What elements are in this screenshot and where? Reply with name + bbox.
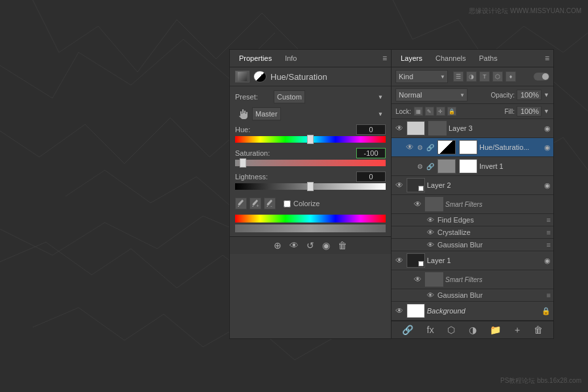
invert1-mask-thumbnail bbox=[459, 159, 477, 173]
saturation-thumb[interactable] bbox=[240, 158, 246, 168]
gaussian-blur-2-visibility[interactable]: 👁 bbox=[426, 240, 435, 249]
opacity-dropdown-arrow[interactable]: ▼ bbox=[543, 92, 549, 98]
add-eyedropper-tool[interactable]: + bbox=[249, 198, 261, 209]
paths-tab[interactable]: Paths bbox=[474, 52, 503, 64]
add-style-icon[interactable]: fx bbox=[427, 325, 434, 335]
gaussian-blur-1-visibility[interactable]: 👁 bbox=[426, 291, 435, 300]
properties-panel-menu-icon[interactable]: ≡ bbox=[382, 54, 387, 63]
layer-item-crystallize[interactable]: 👁 Crystallize ≡ bbox=[392, 226, 553, 239]
layers-panel-menu-icon[interactable]: ≡ bbox=[545, 54, 549, 63]
gaussian-blur-1-name: Gaussian Blur bbox=[437, 291, 544, 299]
properties-bottom-toolbar: ⊕ 👁 ↺ ◉ 🗑 bbox=[230, 236, 391, 254]
hue-sat-link-icon: ⚙ bbox=[417, 144, 423, 151]
delete-layer-icon[interactable]: 🗑 bbox=[534, 325, 543, 335]
channel-select[interactable]: Master bbox=[252, 107, 281, 120]
layer-item-find-edges[interactable]: 👁 Find Edges ≡ bbox=[392, 214, 553, 226]
layer-item-layer1[interactable]: 👁 Layer 1 ◉ bbox=[392, 251, 553, 270]
gaussian-blur-2-name: Gaussian Blur bbox=[437, 241, 544, 249]
layers-panel-header: Layers Channels Paths ≡ bbox=[392, 50, 553, 67]
subtract-eyedropper-tool[interactable]: - bbox=[264, 198, 276, 209]
properties-panel-header: Properties Info ≡ bbox=[230, 50, 391, 67]
properties-tab[interactable]: Properties bbox=[234, 52, 277, 64]
saturation-value-input[interactable] bbox=[356, 148, 386, 158]
crystallize-visibility[interactable]: 👁 bbox=[426, 228, 435, 237]
hue-thumb[interactable] bbox=[307, 135, 314, 144]
hue-section: Hue: bbox=[235, 124, 386, 143]
svg-text:-: - bbox=[270, 203, 272, 207]
smart-filters-1-thumbnail bbox=[425, 272, 443, 287]
lightness-thumb[interactable] bbox=[307, 182, 314, 191]
background-thumbnail bbox=[407, 304, 425, 318]
adjustment-filter-icon[interactable]: ◑ bbox=[466, 71, 477, 82]
background-visibility[interactable]: 👁 bbox=[394, 306, 405, 316]
pixel-filter-icon[interactable]: ☰ bbox=[453, 71, 464, 82]
kind-select[interactable]: Kind bbox=[395, 70, 448, 83]
lock-transparent-icon[interactable]: ▦ bbox=[414, 107, 423, 116]
filter-toggle[interactable] bbox=[534, 73, 549, 80]
layer-item-invert1[interactable]: 👁 ⚙ 🔗 Invert 1 bbox=[392, 157, 553, 176]
new-layer-icon[interactable]: + bbox=[515, 325, 520, 335]
type-filter-icon[interactable]: T bbox=[479, 71, 490, 82]
shape-filter-icon[interactable]: ⬡ bbox=[492, 71, 503, 82]
delete-icon[interactable]: 🗑 bbox=[338, 240, 347, 251]
channels-tab[interactable]: Channels bbox=[430, 52, 471, 64]
crystallize-options-icon[interactable]: ≡ bbox=[547, 228, 551, 236]
lock-all-icon[interactable]: 🔒 bbox=[447, 107, 456, 116]
layer-item-background[interactable]: 👁 Background 🔒 bbox=[392, 302, 553, 321]
hue-sat-mask-thumbnail bbox=[459, 140, 477, 154]
reset-icon[interactable]: ↺ bbox=[306, 240, 314, 251]
lock-paint-icon[interactable]: ✎ bbox=[425, 107, 434, 116]
layer-item-gaussian-blur-2[interactable]: 👁 Gaussian Blur ≡ bbox=[392, 239, 553, 251]
new-group-icon[interactable]: 📁 bbox=[490, 325, 501, 335]
channel-row: Master ▼ bbox=[235, 107, 386, 120]
blend-mode-select[interactable]: Normal bbox=[395, 88, 468, 101]
layers-tab[interactable]: Layers bbox=[395, 52, 428, 64]
preset-select[interactable]: Custom bbox=[274, 90, 305, 103]
preview-icon[interactable]: 👁 bbox=[289, 240, 299, 251]
blend-mode-row: Normal Opacity: ▼ bbox=[392, 86, 553, 104]
lock-move-icon[interactable]: ✛ bbox=[436, 107, 445, 116]
fill-input[interactable] bbox=[517, 106, 542, 116]
smart-filters-2-visibility[interactable]: 👁 bbox=[413, 199, 423, 209]
eyedropper-tool[interactable] bbox=[235, 198, 247, 209]
layer3-visibility[interactable]: 👁 bbox=[394, 123, 405, 134]
find-edges-options-icon[interactable]: ≡ bbox=[547, 216, 551, 224]
hue-sat-name: Hue/Saturatio... bbox=[479, 143, 542, 151]
layer-item-smart-filters-1[interactable]: 👁 Smart Filters bbox=[392, 270, 553, 289]
smart-filters-1-visibility[interactable]: 👁 bbox=[413, 274, 423, 285]
layer-item-layer3[interactable]: 👁 Layer 3 ◉ bbox=[392, 119, 553, 138]
find-edges-visibility[interactable]: 👁 bbox=[426, 215, 435, 224]
layer1-visibility[interactable]: 👁 bbox=[394, 255, 405, 266]
layer2-visibility[interactable]: 👁 bbox=[394, 180, 405, 190]
layer-item-smart-filters-2[interactable]: 👁 Smart Filters bbox=[392, 195, 553, 214]
add-mask-layers-icon[interactable]: ⬡ bbox=[447, 325, 455, 335]
channel-hand-icon[interactable] bbox=[235, 108, 249, 120]
hue-track[interactable] bbox=[235, 136, 386, 143]
new-adjustment-icon[interactable]: ◑ bbox=[469, 325, 477, 335]
smart-filter-icon[interactable]: ♦ bbox=[505, 71, 516, 82]
lightness-value-input[interactable] bbox=[356, 171, 386, 182]
toggle-visibility-icon[interactable]: ◉ bbox=[322, 240, 330, 251]
colorize-checkbox[interactable] bbox=[284, 200, 291, 207]
preset-label: Preset: bbox=[235, 93, 271, 101]
invert1-visibility[interactable]: 👁 bbox=[405, 161, 415, 171]
fill-dropdown-arrow[interactable]: ▼ bbox=[543, 108, 549, 115]
add-mask-icon[interactable]: ⊕ bbox=[274, 240, 282, 251]
lock-icons: ▦ ✎ ✛ 🔒 bbox=[414, 107, 456, 116]
saturation-track[interactable] bbox=[235, 160, 386, 166]
gaussian-blur-1-options-icon[interactable]: ≡ bbox=[547, 291, 551, 299]
hue-value-input[interactable] bbox=[356, 124, 386, 135]
adjustment-icon bbox=[253, 71, 266, 82]
hue-sat-visibility[interactable]: 👁 bbox=[405, 142, 415, 152]
link-layers-icon[interactable]: 🔗 bbox=[402, 325, 413, 335]
info-tab[interactable]: Info bbox=[280, 52, 302, 64]
gaussian-blur-2-options-icon[interactable]: ≡ bbox=[547, 241, 551, 249]
panel-content: Preset: Custom ▼ Master bbox=[230, 86, 391, 236]
opacity-input[interactable] bbox=[517, 90, 542, 100]
lightness-track[interactable] bbox=[235, 183, 386, 190]
spectrum-top-bar bbox=[235, 215, 386, 223]
layer-item-gaussian-blur-1[interactable]: 👁 Gaussian Blur ≡ bbox=[392, 289, 553, 302]
layer-item-layer2[interactable]: 👁 Layer 2 ◉ bbox=[392, 176, 553, 195]
layer-item-hue-sat[interactable]: 👁 ⚙ 🔗 Hue/Saturatio... ◉ bbox=[392, 138, 553, 157]
panels-container: Properties Info ≡ Hue/Saturation Preset:… bbox=[229, 49, 554, 339]
